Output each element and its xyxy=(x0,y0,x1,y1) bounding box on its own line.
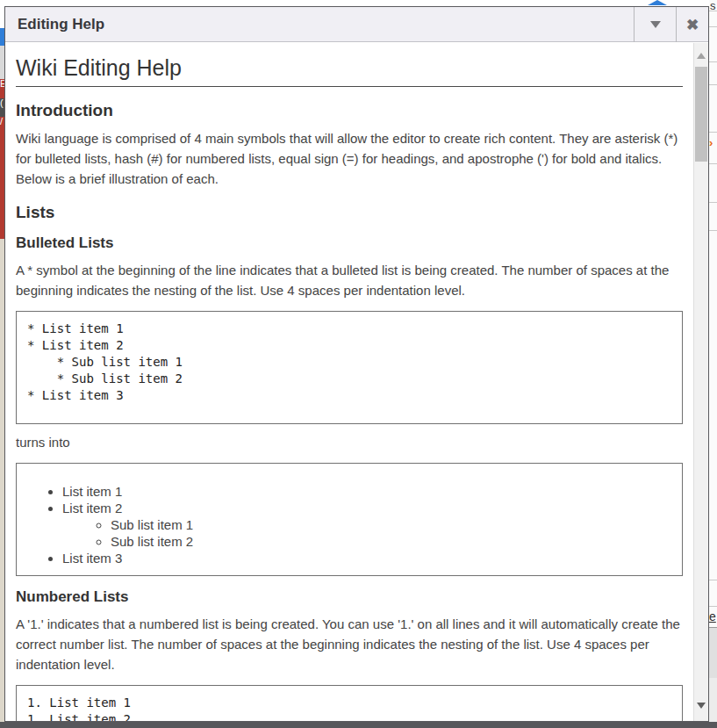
background-glyph: e xyxy=(709,609,716,623)
background-row-divider xyxy=(709,11,717,11)
background-row-divider xyxy=(709,606,717,607)
list-item: List item 2 Sub list item 1 Sub list ite… xyxy=(62,500,671,550)
list-item-label: List item 2 xyxy=(62,501,122,515)
background-row-divider xyxy=(709,163,717,164)
scroll-up-icon xyxy=(697,53,706,59)
background-row-divider xyxy=(709,132,717,133)
bulleted-lists-text: A * symbol at the beginning of the line … xyxy=(16,260,683,300)
list-item: Sub list item 1 xyxy=(111,516,671,533)
list-item: List item 1 xyxy=(62,483,671,500)
scroll-down-button[interactable] xyxy=(694,698,708,712)
turns-into-text: turns into xyxy=(16,432,683,452)
section-heading-numbered-lists: Numbered Lists xyxy=(16,588,683,606)
dialog-body: Wiki Editing Help Introduction Wiki lang… xyxy=(5,43,708,721)
background-row-divider xyxy=(709,202,717,203)
rendered-sub-list: Sub list item 1 Sub list item 2 xyxy=(62,516,671,550)
background-page-right-sliver: s › e xyxy=(709,0,717,728)
scroll-up-button[interactable] xyxy=(694,48,708,62)
background-row-divider xyxy=(709,61,717,62)
numbered-lists-text: A '1.' indicates that a numbered list is… xyxy=(16,614,683,674)
scrollbar-thumb[interactable] xyxy=(695,67,707,162)
title-divider xyxy=(16,86,683,87)
editing-help-dialog: Editing Help ✖ Wiki Editing Help Introdu… xyxy=(4,6,709,722)
background-row-divider xyxy=(709,580,717,580)
scrollbar[interactable] xyxy=(693,43,708,721)
section-heading-bulleted-lists: Bulleted Lists xyxy=(16,234,683,252)
background-page-fragment xyxy=(709,678,717,728)
list-item: List item 3 xyxy=(62,550,671,566)
background-glyph: › xyxy=(709,136,713,149)
dialog-title: Editing Help xyxy=(18,7,104,42)
background-row-divider xyxy=(709,26,717,27)
section-heading-introduction: Introduction xyxy=(16,101,683,120)
background-blue-triangle xyxy=(648,0,667,5)
background-bottom-strip xyxy=(0,722,717,728)
list-item: Sub list item 2 xyxy=(111,533,671,550)
close-icon: ✖ xyxy=(686,18,699,32)
bulleted-list-markup-example: * List item 1 * List item 2 * Sub list i… xyxy=(16,311,683,424)
background-row-divider xyxy=(709,84,717,85)
chevron-down-icon xyxy=(650,21,661,28)
scroll-down-icon xyxy=(697,703,706,709)
section-heading-lists: Lists xyxy=(16,203,683,222)
introduction-text: Wiki language is comprised of 4 main sym… xyxy=(16,128,683,189)
dialog-titlebar[interactable]: Editing Help ✖ xyxy=(5,7,708,42)
collapse-button[interactable] xyxy=(634,7,676,42)
bulleted-list-rendered-example: List item 1 List item 2 Sub list item 1 … xyxy=(16,463,683,576)
background-page-fragment xyxy=(709,627,717,678)
help-document: Wiki Editing Help Introduction Wiki lang… xyxy=(5,43,693,721)
close-button[interactable]: ✖ xyxy=(676,7,708,42)
rendered-bulleted-list: List item 1 List item 2 Sub list item 1 … xyxy=(27,483,671,566)
page-title: Wiki Editing Help xyxy=(16,55,683,81)
background-row-divider xyxy=(709,230,717,231)
numbered-list-markup-example: 1. List item 1 1. List item 2 xyxy=(16,685,683,721)
